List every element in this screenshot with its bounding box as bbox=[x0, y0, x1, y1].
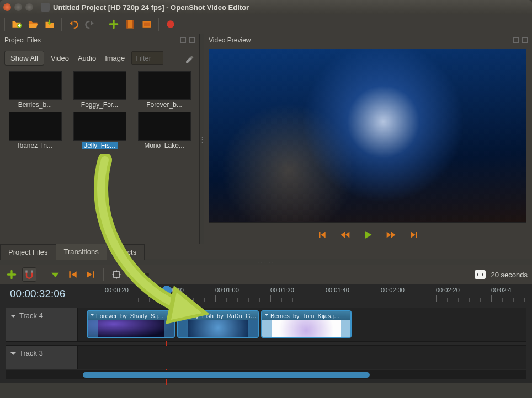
window-minimize-button[interactable] bbox=[14, 3, 22, 11]
save-project-button[interactable] bbox=[42, 17, 57, 31]
fast-forward-icon[interactable] bbox=[386, 229, 397, 240]
track-4-label: Track 4 bbox=[19, 311, 43, 320]
thumbnails-grid: Berries_b...Foggy_For...Forever_b...Iban… bbox=[0, 68, 199, 153]
window-close-button[interactable] bbox=[3, 3, 11, 11]
track-4-header[interactable]: Track 4 bbox=[6, 308, 78, 341]
thumb-image bbox=[9, 71, 62, 100]
new-project-button[interactable] bbox=[9, 17, 24, 31]
play-icon[interactable] bbox=[363, 229, 374, 240]
import-files-button[interactable] bbox=[107, 17, 121, 31]
timeline-toolbar: 20 seconds bbox=[0, 265, 532, 284]
next-marker-button[interactable] bbox=[83, 267, 98, 282]
profile-button[interactable] bbox=[123, 17, 137, 31]
export-button[interactable] bbox=[163, 17, 178, 31]
track-3-label: Track 3 bbox=[19, 349, 43, 357]
zoom-chip[interactable] bbox=[475, 270, 486, 279]
tick: 00:02:00 bbox=[381, 287, 405, 293]
marker-dropdown[interactable] bbox=[48, 267, 62, 282]
main-split: Project Files Show All Video Audio Image… bbox=[0, 34, 532, 244]
track-3-header[interactable]: Track 3 bbox=[6, 346, 78, 369]
timecode-display: 00:00:32:06 bbox=[10, 288, 65, 300]
jump-start-icon[interactable] bbox=[316, 229, 327, 240]
jump-end-icon[interactable] bbox=[409, 229, 420, 240]
clip-label: Jelly_Fish_by_RaDu_G… bbox=[187, 313, 257, 319]
svg-rect-2 bbox=[126, 20, 128, 28]
tick: 00:01:20 bbox=[270, 287, 294, 293]
project-files-title: Project Files bbox=[4, 36, 41, 44]
thumb-image bbox=[73, 112, 126, 141]
snap-button[interactable] bbox=[22, 267, 36, 282]
tab-transitions[interactable]: Transitions bbox=[56, 244, 107, 260]
svg-rect-11 bbox=[114, 272, 119, 277]
filter-video-button[interactable]: Video bbox=[46, 51, 73, 65]
tick: 00:02:4 bbox=[491, 287, 512, 293]
svg-rect-8 bbox=[31, 271, 33, 273]
lower-tabs: Project Files Transitions Effects bbox=[0, 244, 532, 259]
thumb-image bbox=[138, 71, 191, 100]
tick: 00:02:20 bbox=[436, 287, 460, 293]
svg-rect-12 bbox=[477, 273, 482, 276]
clip[interactable]: Jelly_Fish_by_RaDu_G… bbox=[177, 310, 259, 338]
panel-controls[interactable] bbox=[180, 37, 195, 43]
thumb-image bbox=[73, 71, 126, 100]
horizontal-splitter[interactable]: ······ bbox=[0, 259, 532, 265]
center-playhead-button[interactable] bbox=[109, 267, 124, 282]
thumb-label: Forever_b... bbox=[146, 101, 182, 109]
filter-image-button[interactable]: Image bbox=[100, 51, 129, 65]
project-files-panel: Project Files Show All Video Audio Image… bbox=[0, 34, 200, 244]
svg-rect-3 bbox=[132, 20, 134, 28]
thumb-foggy_for[interactable]: Foggy_For... bbox=[69, 71, 130, 109]
svg-rect-7 bbox=[25, 271, 27, 273]
tick: 00:00:20 bbox=[105, 287, 129, 293]
thumb-forever_b[interactable]: Forever_b... bbox=[134, 71, 195, 109]
thumb-mono_lake[interactable]: Mono_Lake... bbox=[134, 112, 195, 149]
open-project-button[interactable] bbox=[26, 17, 40, 31]
clear-filter-icon[interactable] bbox=[184, 53, 195, 64]
thumb-berries_b[interactable]: Berries_b... bbox=[4, 71, 66, 109]
svg-rect-5 bbox=[144, 22, 150, 26]
svg-rect-10 bbox=[93, 271, 94, 278]
clip-label: Forever_by_Shady_S.j… bbox=[96, 313, 164, 319]
zoom-slider[interactable] bbox=[127, 273, 149, 276]
timeline-ruler[interactable]: 00:00:32:06 00:00:2000:00:4000:01:0000:0… bbox=[0, 284, 532, 305]
panel-controls[interactable] bbox=[513, 37, 528, 43]
window-title: Untitled Project [HD 720p 24 fps] - Open… bbox=[53, 3, 249, 12]
tick: 00:01:40 bbox=[326, 287, 349, 293]
thumb-label: Foggy_For... bbox=[81, 101, 118, 109]
thumb-ibanez_in[interactable]: Ibanez_In... bbox=[4, 112, 66, 149]
add-track-button[interactable] bbox=[4, 267, 19, 282]
tick: 00:01:00 bbox=[215, 287, 239, 293]
preview-panel: Video Preview bbox=[204, 34, 532, 244]
window-maximize-button[interactable] bbox=[25, 3, 33, 11]
track-4: Track 4 Forever_by_Shady_S.j…Jelly_Fish_… bbox=[6, 308, 526, 342]
svg-rect-9 bbox=[69, 271, 71, 278]
video-preview[interactable] bbox=[209, 49, 526, 223]
thumb-label: Mono_Lake... bbox=[144, 142, 184, 149]
vertical-splitter[interactable]: ⋮ bbox=[200, 34, 204, 244]
tab-project-files[interactable]: Project Files bbox=[0, 244, 56, 260]
redo-button[interactable] bbox=[83, 17, 97, 31]
undo-button[interactable] bbox=[66, 17, 81, 31]
prev-marker-button[interactable] bbox=[66, 267, 80, 282]
video-preview-title: Video Preview bbox=[209, 36, 251, 44]
show-all-button[interactable]: Show All bbox=[4, 51, 44, 66]
filter-input[interactable] bbox=[131, 51, 163, 65]
fullscreen-button[interactable] bbox=[140, 17, 154, 31]
clip[interactable]: Forever_by_Shady_S.j… bbox=[87, 310, 175, 338]
zoom-label: 20 seconds bbox=[491, 271, 528, 279]
timeline: 00:00:32:06 00:00:2000:00:4000:01:0000:0… bbox=[0, 284, 532, 383]
rewind-icon[interactable] bbox=[339, 229, 350, 240]
tab-effects[interactable]: Effects bbox=[107, 244, 145, 260]
track-3-lane[interactable] bbox=[78, 346, 526, 369]
thumb-jelly_fis[interactable]: Jelly_Fis... bbox=[69, 112, 130, 149]
filter-audio-button[interactable]: Audio bbox=[73, 51, 100, 65]
thumb-label: Ibanez_In... bbox=[18, 142, 52, 149]
clip[interactable]: Berries_by_Tom_Kijas.j… bbox=[261, 310, 352, 338]
timeline-scrollbar[interactable] bbox=[6, 370, 526, 379]
svg-point-6 bbox=[167, 20, 174, 28]
thumb-image bbox=[9, 112, 62, 141]
thumb-label: Jelly_Fis... bbox=[82, 142, 118, 149]
thumb-label: Berries_b... bbox=[18, 101, 52, 109]
main-toolbar bbox=[0, 14, 532, 34]
track-4-lane[interactable]: Forever_by_Shady_S.j…Jelly_Fish_by_RaDu_… bbox=[78, 308, 526, 341]
